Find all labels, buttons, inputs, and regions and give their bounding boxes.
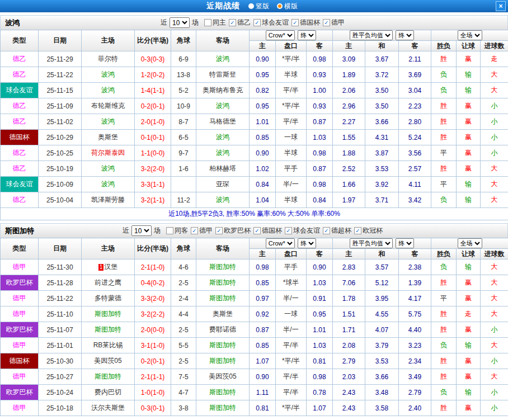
away-team-cell: 斯图加特: [196, 275, 250, 291]
filter-checkbox[interactable]: ✓球会友谊: [285, 226, 320, 235]
asian-home-odds-cell: 0.90: [250, 51, 276, 67]
team-section-header: 波鸿 近 10 场 同主✓德乙✓球会友谊✓德国杯✓德甲: [0, 15, 508, 30]
filter-checkbox[interactable]: 同客: [166, 226, 188, 235]
vertical-layout-radio[interactable]: 竖版: [248, 2, 269, 11]
league-cell: 德甲: [1, 400, 39, 416]
asian-away-odds-cell: 1.01: [307, 322, 333, 338]
checkbox-checked-icon[interactable]: ✓: [291, 19, 299, 26]
handicap-result-cell: 赢: [457, 98, 481, 114]
checkbox-unchecked-icon[interactable]: [204, 19, 211, 26]
scope-select[interactable]: 全场: [458, 238, 482, 248]
checkbox-unchecked-icon[interactable]: [166, 227, 173, 234]
asian-home-odds-cell: 0.90: [250, 145, 276, 161]
checkbox-label: 同客: [175, 226, 188, 235]
corner-cell: 3-8: [171, 400, 196, 416]
col-odds-home: 主: [250, 249, 276, 259]
filter-checkbox[interactable]: 同主: [204, 18, 226, 27]
horizontal-layout-radio[interactable]: 横版: [277, 2, 298, 11]
near-label: 近: [123, 226, 129, 235]
filter-checkbox[interactable]: ✓德超杯: [323, 226, 351, 235]
match-row: 德乙25-11-22波鸿1-2(0-2)13-8特雷斯登0.95半球0.931.…: [1, 67, 508, 83]
europe-away-odds-cell: 2.34: [399, 353, 431, 369]
europe-draw-odds-cell: 3.50: [365, 83, 399, 98]
filter-checkbox[interactable]: ✓球会友谊: [253, 18, 289, 27]
europe-away-odds-cell: 3.04: [399, 83, 431, 98]
filter-checkbox[interactable]: ✓德乙: [229, 18, 251, 27]
europe-home-odds-cell: 2.06: [333, 83, 365, 98]
odds-company-select[interactable]: Crow*: [266, 238, 295, 248]
home-team-cell: 菲尔特: [82, 51, 135, 67]
col-score: 比分(半场): [135, 238, 171, 259]
checkbox-checked-icon[interactable]: ✓: [354, 227, 361, 234]
filter-checkbox[interactable]: ✓德甲: [191, 226, 213, 235]
europe-odds-select[interactable]: 胜平负均值: [350, 238, 393, 248]
checkbox-label: 德超杯: [331, 226, 351, 235]
checkbox-checked-icon[interactable]: ✓: [285, 227, 292, 234]
scope-select[interactable]: 全场: [458, 30, 482, 40]
result-cell: 胜: [431, 130, 457, 145]
score-cell: 1-2(0-2): [135, 67, 171, 83]
away-team-cell: 斯图加特: [196, 291, 250, 306]
result-cell: 胜: [431, 369, 457, 385]
goals-result-cell: 大: [481, 291, 508, 306]
checkbox-checked-icon[interactable]: ✓: [191, 227, 198, 234]
home-team-cell: 美因茨05: [82, 353, 135, 369]
europe-away-odds-cell: 2.40: [399, 400, 431, 416]
checkbox-checked-icon[interactable]: ✓: [323, 227, 330, 234]
europe-draw-odds-cell: 3.92: [365, 177, 399, 192]
handicap-result-cell: 赢: [457, 114, 481, 130]
europe-odds-select[interactable]: 胜平负均值: [350, 30, 393, 40]
handicap-cell: 平/半: [276, 385, 307, 400]
away-team-cell: 波鸿: [196, 98, 250, 114]
europe-away-odds-cell: 2.23: [399, 98, 431, 114]
europe-home-odds-cell: 1.88: [333, 145, 365, 161]
checkbox-checked-icon[interactable]: ✓: [253, 227, 261, 234]
europe-draw-odds-cell: 3.72: [365, 67, 399, 83]
checkbox-checked-icon[interactable]: ✓: [215, 227, 223, 234]
match-row: 德乙25-10-04凯泽斯劳滕3-2(1-1)11-2波鸿1.04半球0.841…: [1, 192, 508, 208]
checkbox-checked-icon[interactable]: ✓: [253, 19, 261, 26]
col-europe-away: 客: [399, 249, 431, 259]
corner-cell: 4-7: [171, 385, 196, 400]
league-cell: 欧罗巴杯: [1, 322, 39, 338]
odds-company-select[interactable]: Crow*: [266, 30, 295, 40]
europe-home-odds-cell: 2.43: [333, 400, 365, 416]
handicap-cell: 平手: [276, 259, 307, 275]
filter-checkbox[interactable]: ✓德国杯: [291, 18, 320, 27]
corner-cell: 5-5: [171, 338, 196, 353]
home-team-cell: 前进之鹰: [82, 275, 135, 291]
match-count-select[interactable]: 10: [131, 225, 152, 236]
odds-final-select[interactable]: 终: [298, 238, 316, 248]
europe-final-select[interactable]: 终: [396, 30, 414, 40]
europe-draw-odds-cell: 3.50: [365, 98, 399, 114]
checkbox-checked-icon[interactable]: ✓: [323, 19, 330, 26]
away-team-cell: 斯图加特: [196, 385, 250, 400]
goals-result-cell: 小: [481, 353, 508, 369]
away-team-cell: 柏林赫塔: [196, 161, 250, 177]
filter-checkbox[interactable]: ✓德甲: [323, 18, 345, 27]
match-count-select[interactable]: 10: [170, 17, 190, 28]
home-team-cell: 斯图加特: [82, 322, 135, 338]
corner-cell: [171, 177, 196, 192]
result-cell: 平: [431, 177, 457, 192]
checkbox-checked-icon[interactable]: ✓: [229, 19, 236, 26]
league-cell: 球会友谊: [1, 177, 39, 192]
filter-checkbox[interactable]: ✓欧罗巴杯: [215, 226, 251, 235]
corner-cell: 5-2: [171, 83, 196, 98]
col-goals: 进球数: [481, 41, 508, 51]
col-handicap: 盘口: [276, 249, 307, 259]
home-team-cell: 斯图加特: [82, 306, 135, 322]
close-button[interactable]: ×: [496, 1, 506, 11]
europe-final-select[interactable]: 终: [396, 238, 414, 248]
checkbox-label: 欧冠杯: [363, 226, 383, 235]
home-team-cell: RB莱比锡: [82, 338, 135, 353]
europe-away-odds-cell: 3.49: [399, 369, 431, 385]
result-cell: 胜: [431, 322, 457, 338]
filter-checkbox[interactable]: ✓德国杯: [253, 226, 282, 235]
league-cell: 德国杯: [1, 353, 39, 369]
odds-final-select[interactable]: 终: [298, 30, 316, 40]
corner-cell: 4-4: [171, 306, 196, 322]
filter-checkbox[interactable]: ✓欧冠杯: [354, 226, 383, 235]
europe-away-odds-cell: 2.57: [399, 161, 431, 177]
match-row: 德甲25-11-22多特蒙德3-3(2-0)2-4斯图加特0.97半/一0.91…: [1, 291, 508, 306]
